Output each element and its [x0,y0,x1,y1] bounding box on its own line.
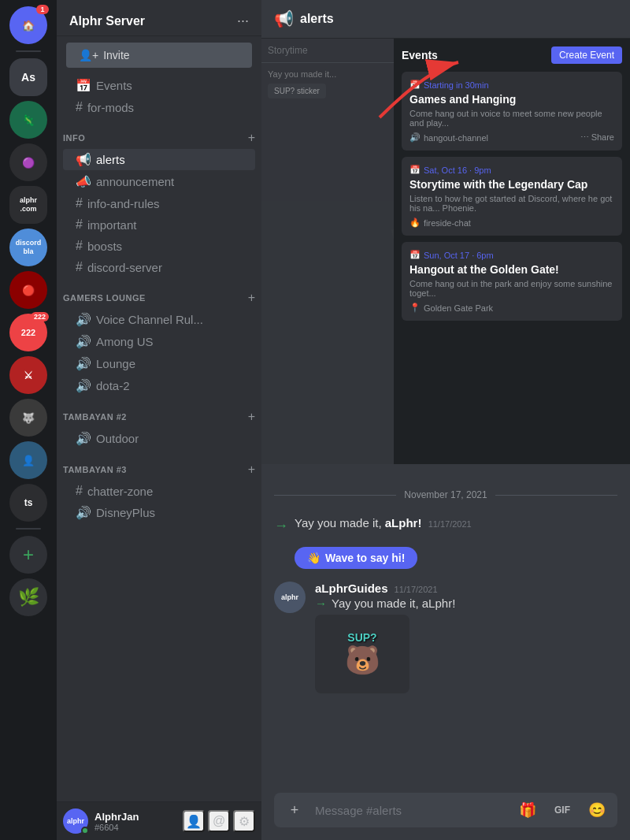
server-divider-2 [16,528,41,530]
red-icon: 🔴 [22,284,35,296]
message-content-alphrguides: aLphrGuides 11/17/2021 → Yay you made it… [315,582,617,693]
event-date-1: 📅 Starting in 30min [410,80,614,90]
gift-button[interactable]: 🎁 [513,793,542,827]
category-gamers-lounge[interactable]: GAMERS LOUNGE + [57,278,261,308]
plus-icon-input: + [291,802,299,819]
sidebar-item-discord-server[interactable]: # discord-server [63,257,255,277]
event-share-btn[interactable]: ⋯ Share [580,132,614,143]
sidebar-item-lounge[interactable]: 🔊 Lounge [63,353,255,374]
add-attachment-button[interactable]: + [280,793,309,827]
alphr-server-label: As [21,71,35,84]
gif-button[interactable]: GIF [548,793,576,827]
announcement-icon: 📣 [76,174,91,189]
calendar-icon-1: 📅 [410,80,421,90]
sidebar-item-info-and-rules[interactable]: # info-and-rules [63,193,255,214]
system-msg-text: Yay you made it, aLphr! [295,516,425,530]
join-arrow-icon: → [274,518,288,534]
msg-arrow-icon: → [315,597,327,610]
msg-text-content: Yay you made it, aLphr! [332,597,455,610]
server-icon-home[interactable]: 🏠 1 [9,6,47,44]
user-avatar-text: alphr [67,817,84,825]
server-icon-222[interactable]: 222 222 [9,314,47,351]
alerts-label: alerts [96,153,125,166]
chat-preview-bg: Storytime Yay you made it... SUP? sticke… [261,39,394,464]
event-desc-3: Come hang out in the park and enjoy some… [410,279,614,298]
sidebar-item-voice-rules[interactable]: 🔊 Voice Channel Rul... [63,309,255,330]
user-info-bar: alphr AlphrJan #6604 👤 @ ⚙ [57,801,261,840]
sidebar-item-among-us[interactable]: 🔊 Among US [63,331,255,352]
sidebar-item-for-mods[interactable]: # for-mods [63,97,255,117]
gamers-lounge-add[interactable]: + [248,291,255,305]
server-icon-alphr[interactable]: As [9,58,47,96]
sidebar-item-outdoor[interactable]: 🔊 Outdoor [63,428,255,449]
server-icon-wolf[interactable]: 🐺 [9,399,47,437]
channel-header-icon: 📢 [274,9,294,28]
sidebar-item-alerts[interactable]: 📢 alerts [63,149,255,170]
sidebar-item-dota2[interactable]: 🔊 dota-2 [63,375,255,396]
emoji-button[interactable]: 😊 [583,793,611,827]
explore-button[interactable]: 🌿 [9,578,47,616]
server-icon-chameleon[interactable]: 🦎 [9,101,47,139]
server-icon-ts[interactable]: ts [9,484,47,522]
message-group-alphrguides: alphr aLphrGuides 11/17/2021 → Yay you m… [274,582,617,693]
sidebar-item-events[interactable]: 📅 Events [63,75,255,96]
category-tambayan2[interactable]: TAMBAYAN #2 + [57,397,261,427]
voice-icon-dota: 🔊 [76,378,91,393]
server-icon-discordbla[interactable]: discordbla [9,229,47,266]
home-badge: 1 [36,5,49,14]
user-profile-button[interactable]: 👤 [183,810,205,832]
sticker-content: SUP? 🐻 [345,631,380,677]
events-tab-label: Events [402,49,438,61]
wave-button[interactable]: 👋 Wave to say hi! [295,547,417,569]
sidebar-item-announcement[interactable]: 📣 announcement [63,171,255,192]
server-divider-1 [16,50,41,52]
sidebar-item-disneyplus[interactable]: 🔊 DisneyPlus [63,502,255,523]
voice-rules-label: Voice Channel Rul... [96,313,203,326]
user-bar-actions: 👤 @ ⚙ [183,810,255,832]
ts-label: ts [24,497,33,508]
invite-button[interactable]: 👤+ Invite [66,43,252,68]
sidebar-item-boosts[interactable]: # boosts [63,236,255,256]
server-icon-alphrcom[interactable]: alphr.com [9,186,47,224]
server-icon-purple[interactable]: 🟣 [9,143,47,181]
hash-icon-discord: # [76,260,83,274]
alerts-icon: 📢 [76,152,91,167]
server-icon-person[interactable]: 👤 [9,441,47,479]
current-user-name: AlphrJan [94,811,176,823]
settings-button[interactable]: ⚙ [233,810,255,832]
category-info-add[interactable]: + [248,131,255,145]
chat-messages-area: November 17, 2021 → Yay you made it, aLp… [261,464,630,786]
tambayan3-add[interactable]: + [248,463,255,477]
calendar-icon-3: 📅 [410,250,421,260]
events-popup-header: Events Create Event [402,46,622,64]
sidebar-item-important[interactable]: # important [63,214,255,235]
wolf-icon: 🐺 [22,412,35,424]
event-title-3: Hangout at the Golden Gate! [410,263,614,276]
server-icon-clan[interactable]: ⚔ [9,356,47,394]
sidebar-item-chatter-zone[interactable]: # chatter-zone [63,481,255,501]
category-tambayan3[interactable]: TAMBAYAN #3 + [57,450,261,480]
message-input[interactable] [315,794,507,827]
among-us-label: Among US [96,335,154,348]
create-event-button[interactable]: Create Event [551,46,622,64]
server-menu-button[interactable]: ··· [237,13,249,29]
disneyplus-label: DisneyPlus [96,506,155,519]
event-channel-3: 📍 Golden Gate Park [410,303,614,313]
date-line-left [274,495,396,496]
event-date-2: 📅 Sat, Oct 16 · 9pm [410,165,614,175]
channel-sidebar: Alphr Server ··· 👤+ Invite 📅 Events # fo… [57,0,261,840]
mention-button[interactable]: @ [208,810,230,832]
hash-icon-important: # [76,217,83,232]
server-icon-red[interactable]: 🔴 [9,271,47,309]
voice-icon-rules: 🔊 [76,312,91,327]
system-message-content: Yay you made it, aLphr! 11/17/2021 [295,516,472,530]
add-server-button[interactable]: + [9,536,47,574]
main-content: 📢 alerts K Storytime Yay you made it... … [261,0,630,840]
boosts-label: boosts [87,240,122,253]
sticker-area: SUP? 🐻 [315,615,617,693]
tambayan2-add[interactable]: + [248,410,255,424]
event-date-3: 📅 Sun, Oct 17 · 6pm [410,250,614,260]
category-info[interactable]: INFO + [57,118,261,148]
calendar-icon-2: 📅 [410,165,421,175]
date-divider: November 17, 2021 [274,489,617,500]
